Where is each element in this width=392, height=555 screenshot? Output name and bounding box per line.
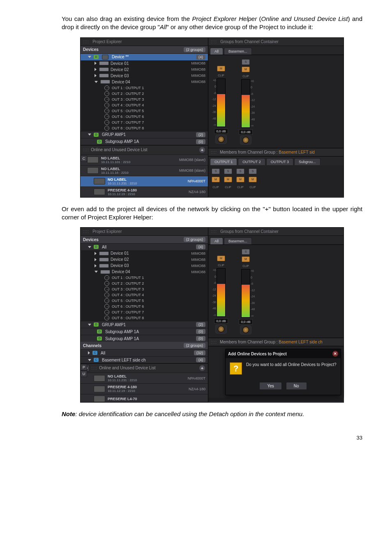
s2-subgroup-amp1a-2[interactable]: DSubgroup AMP 1A (0): [81, 335, 208, 342]
s2-device-01[interactable]: Device 01MIMO88: [81, 250, 208, 256]
dialog-buttons: Yes No: [226, 379, 341, 395]
rotary-knob[interactable]: [240, 325, 251, 334]
s1-member-tab-2[interactable]: OUTPUT 3: [266, 158, 293, 165]
s1-subgroup-amp1a[interactable]: DSubgroup AMP 1A (0): [81, 138, 208, 145]
s2-out-1[interactable]: OUT 1 : OUTPUT 1: [81, 275, 208, 281]
s2-device-03[interactable]: Device 03MIMO88: [81, 263, 208, 269]
solo-button[interactable]: S: [236, 168, 244, 174]
mute-button[interactable]: M: [242, 256, 250, 262]
dialog-title-bar: Add Online Devices to Project ✕: [226, 349, 341, 358]
fader-track[interactable]: +60-6-12-24-36-48-∞: [241, 269, 250, 318]
s1-online-1-ip: 10.11.11.16 : 2210: [101, 171, 179, 175]
mute-button[interactable]: M: [236, 177, 244, 182]
s1-online-0-name: NO LABEL: [101, 156, 179, 160]
fader-track[interactable]: +60-6-12-24-36-48-∞: [241, 79, 250, 128]
s1-online-item-2[interactable]: D NO LABEL10.11.11.231 : 2210 NPA4000T: [81, 176, 208, 187]
fader-track[interactable]: +60-6-12-24-36-48-∞: [217, 268, 226, 317]
s2-online-item-0[interactable]: C U NO LABEL10.11.11.231 : 2210 NPA4000T: [81, 373, 208, 383]
mute-button[interactable]: M: [217, 256, 225, 261]
s1-out-3[interactable]: OUT 3 : OUTPUT 3: [81, 97, 208, 102]
s1-project-explorer-title: Project Explorer: [81, 38, 208, 46]
output-icon: [104, 114, 109, 119]
s1-members-title: Members from Channel Group : Basement LE…: [208, 148, 344, 157]
rotary-knob[interactable]: [215, 325, 227, 334]
mute-button[interactable]: M: [249, 177, 257, 182]
s2-tab-basement[interactable]: Basemen...: [224, 237, 252, 244]
page-number: 33: [62, 435, 362, 441]
s2-out-6[interactable]: OUT 6 : OUTPUT 6: [81, 304, 208, 309]
mute-button[interactable]: M: [242, 67, 250, 72]
s1-tab-basement[interactable]: Basemen...: [224, 48, 252, 55]
s1-fader-2[interactable]: S M CLIP +60-6-12-24-36-48-∞ 0,0 dB: [236, 59, 255, 145]
p1-d: Online and Unused Device List: [261, 15, 348, 22]
s2-out-2[interactable]: OUT 2 : OUTPUT 2: [81, 281, 208, 286]
solo-button[interactable]: S: [242, 59, 250, 65]
fader-track[interactable]: +60-6-12-24-36-48-∞: [217, 78, 226, 127]
s1-out-7[interactable]: OUT 7 : OUTPUT 7: [81, 120, 208, 125]
s1-member-tab-3[interactable]: Subgrou...: [294, 158, 321, 165]
s2-fader-2[interactable]: S M CLIP +60-6-12-24-36-48-∞ 0,0 dB: [236, 249, 255, 334]
s2-online-item-1[interactable]: P PRESERIE 4-18010.11.12.19 : 2210 NZA4-…: [81, 383, 208, 394]
output-icon: [104, 103, 109, 108]
rotary-knob[interactable]: [215, 135, 227, 144]
s2-device-02[interactable]: Device 02MIMO88: [81, 256, 208, 263]
s1-member-tab-0[interactable]: OUTPUT 1: [210, 158, 237, 165]
s1-device-01[interactable]: Device 01 MIMO88: [81, 60, 208, 67]
mute-button[interactable]: M: [217, 66, 225, 71]
s2-subgroup-amp1a-1[interactable]: DSubgroup AMP 1A (0): [81, 328, 208, 335]
s1-out-8[interactable]: OUT 8 : OUTPUT 8: [81, 125, 208, 131]
s1-group-amp1[interactable]: DGRUP AMP1 (2): [81, 131, 208, 138]
s2-fader-1[interactable]: M CLIP +60-6-12-24-36-48-∞ 0,0 dB: [212, 249, 231, 334]
s1-online-item-1[interactable]: NO LABEL10.11.11.16 : 2210 MIMO88 (slave…: [81, 165, 208, 176]
s2-out-3[interactable]: OUT 3 : OUTPUT 3: [81, 286, 208, 292]
s2-online-item-2[interactable]: PRESERIE L4-70: [81, 394, 208, 402]
s2-out-8[interactable]: OUT 8 : OUTPUT 8: [81, 315, 208, 321]
s1-online-item-0[interactable]: NO LABEL10.11.11.101 : 2210 MIMO88 (slav…: [81, 154, 208, 165]
s2-channels-all[interactable]: CAll (32): [81, 349, 208, 356]
s1-out-2[interactable]: OUT 2 : OUTPUT 2: [81, 91, 208, 97]
device-thumb-icon: [94, 189, 105, 195]
s1-out-4-label: OUT 4 : OUTPUT 4: [112, 103, 144, 107]
s2-channels-header[interactable]: Channels (2 groups): [81, 342, 208, 349]
s1-online-item-3[interactable]: C PRESERIE 4-18010.11.12.19 : 2210 NZA4-…: [81, 187, 208, 197]
s1-member-tab-1[interactable]: OUTPUT 2: [238, 158, 265, 165]
s2-tab-all[interactable]: All: [210, 237, 223, 244]
dialog-close-button[interactable]: ✕: [332, 351, 338, 357]
s2-devices-header[interactable]: Devices (2 groups): [81, 236, 208, 243]
s1-tab-all[interactable]: All: [210, 48, 223, 55]
mute-button[interactable]: M: [212, 177, 220, 182]
dialog-no-button[interactable]: No: [286, 382, 307, 390]
s1-group-all[interactable]: DDevice ** (4): [81, 53, 208, 60]
s2-device-04[interactable]: Device 04MIMO88: [81, 269, 208, 275]
s1-device-02[interactable]: Device 02 MIMO88: [81, 67, 208, 73]
s2-channels-basement[interactable]: CBasement LEFT side ch (4): [81, 356, 208, 363]
s1-out-4[interactable]: OUT 4 : OUTPUT 4: [81, 102, 208, 108]
mini-fader[interactable]: SMCLIP: [236, 168, 244, 193]
s1-fader-1[interactable]: M CLIP +60-6-12-24-36-48-∞ 0,0 dB: [212, 59, 231, 145]
solo-button[interactable]: S: [224, 168, 232, 174]
mini-fader[interactable]: SMCLIP: [212, 168, 220, 193]
s1-out-5[interactable]: OUT 5 : OUTPUT 5: [81, 108, 208, 114]
s2-group-amp1[interactable]: DGRUP AMP1 (2): [81, 321, 208, 328]
s2-group-all[interactable]: DAll (4): [81, 243, 208, 250]
s2-out-7[interactable]: OUT 7 : OUTPUT 7: [81, 309, 208, 315]
s1-device-03[interactable]: Device 03 MIMO88: [81, 73, 208, 79]
s2-out-4[interactable]: OUT 4 : OUTPUT 4: [81, 292, 208, 298]
s1-out-1[interactable]: OUT 1 : OUTPUT 1: [81, 85, 208, 91]
s2-out-5[interactable]: OUT 5 : OUTPUT 5: [81, 298, 208, 304]
output-icon: [104, 315, 109, 320]
mini-fader[interactable]: SMCLIP: [249, 168, 257, 193]
solo-button[interactable]: S: [242, 249, 250, 255]
solo-button[interactable]: S: [212, 168, 220, 174]
rotary-knob[interactable]: [240, 136, 251, 145]
mini-fader[interactable]: SMCLIP: [224, 168, 232, 193]
mute-button[interactable]: M: [224, 177, 232, 182]
s1-devices-header[interactable]: Devices (2 groups): [81, 46, 208, 53]
solo-button[interactable]: S: [249, 168, 257, 174]
s1-device-04[interactable]: Device 04 MIMO88: [81, 79, 208, 85]
add-online-devices-button[interactable]: +: [199, 365, 205, 371]
s1-out-6[interactable]: OUT 6 : OUTPUT 6: [81, 114, 208, 120]
fader-ticks: +60-6-12-24-36-48-∞: [210, 269, 216, 316]
dialog-yes-button[interactable]: Yes: [259, 382, 281, 390]
add-online-devices-button[interactable]: +: [199, 147, 205, 153]
